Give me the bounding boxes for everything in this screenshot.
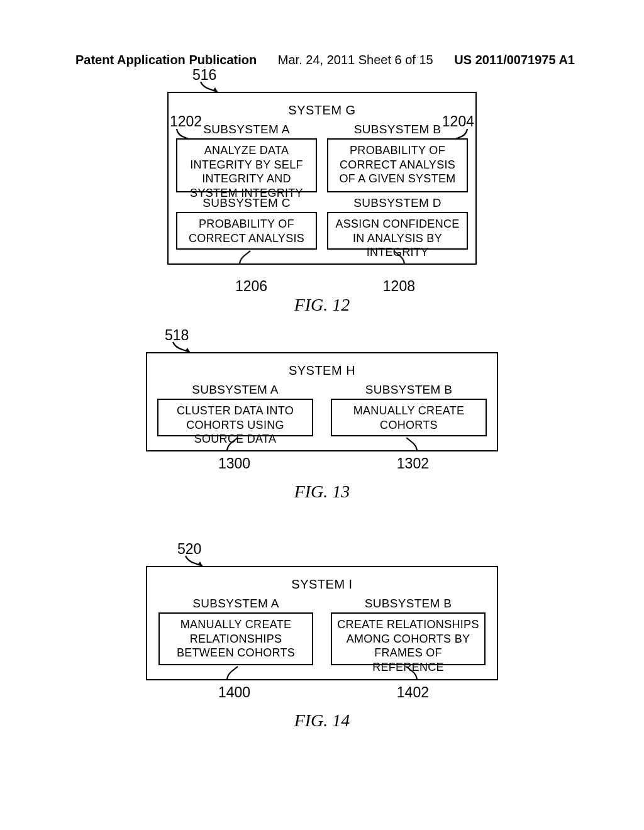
fig14-caption: FIG. 14 <box>146 711 498 731</box>
figure-13: 518 SYSTEM H SUBSYSTEM A CLUSTER DATA IN… <box>146 352 498 502</box>
subsystem-c-box: PROBABILITY OF CORRECT ANALYSIS <box>176 212 317 250</box>
subsystem-a-col: SUBSYSTEM A CLUSTER DATA INTO COHORTS US… <box>157 383 313 436</box>
system-h-title: SYSTEM H <box>156 363 488 378</box>
header-pubnum: US 2011/0071975 A1 <box>454 53 575 67</box>
ref-1204: 1204 <box>442 113 474 130</box>
subsystem-b-box: PROBABILITY OF CORRECT ANALYSIS OF A GIV… <box>327 138 468 192</box>
fig13-caption: FIG. 13 <box>146 482 498 502</box>
subsystem-b-col: SUBSYSTEM B CREATE RELATIONSHIPS AMONG C… <box>331 597 486 665</box>
subsystem-b-header: SUBSYSTEM B <box>365 383 452 397</box>
header-publication: Patent Application Publication <box>75 53 257 67</box>
subsystem-b-box: CREATE RELATIONSHIPS AMONG COHORTS BY FR… <box>331 612 486 665</box>
subsystem-b-col: SUBSYSTEM B MANUALLY CREATE COHORTS <box>331 383 487 436</box>
subsystem-a-col: SUBSYSTEM A ANALYZE DATA INTEGRITY BY SE… <box>176 123 317 192</box>
system-h-box: SYSTEM H SUBSYSTEM A CLUSTER DATA INTO C… <box>146 352 498 451</box>
subsystem-a-box: CLUSTER DATA INTO COHORTS USING SOURCE D… <box>157 399 313 436</box>
fig12-caption: FIG. 12 <box>167 295 477 315</box>
subsystem-b-header: SUBSYSTEM B <box>365 597 452 611</box>
subsystem-a-header: SUBSYSTEM A <box>203 123 289 136</box>
system-i-title: SYSTEM I <box>156 577 488 592</box>
subsystem-b-col: SUBSYSTEM B PROBABILITY OF CORRECT ANALY… <box>327 123 468 192</box>
subsystem-c-header: SUBSYSTEM C <box>203 196 291 210</box>
system-g-title: SYSTEM G <box>177 103 467 118</box>
ref-1208: 1208 <box>383 278 415 295</box>
leader-hook-icon <box>225 665 243 680</box>
figure-14: 520 SYSTEM I SUBSYSTEM A MANUALLY CREATE… <box>146 566 498 731</box>
system-i-box: SYSTEM I SUBSYSTEM A MANUALLY CREATE REL… <box>146 566 498 680</box>
subsystem-a-box: ANALYZE DATA INTEGRITY BY SELF INTEGRITY… <box>176 138 317 192</box>
subsystem-b-header: SUBSYSTEM B <box>354 123 441 136</box>
subsystem-a-header: SUBSYSTEM A <box>192 597 279 611</box>
subsystem-a-box: MANUALLY CREATE RELATIONSHIPS BETWEEN CO… <box>158 612 313 665</box>
page-header: Patent Application Publication Mar. 24, … <box>0 53 644 67</box>
subsystem-a-header: SUBSYSTEM A <box>192 383 278 397</box>
subsystem-d-header: SUBSYSTEM D <box>353 196 441 210</box>
subsystem-a-col: SUBSYSTEM A MANUALLY CREATE RELATIONSHIP… <box>158 597 313 665</box>
ref-1206: 1206 <box>235 278 267 295</box>
ref-1402: 1402 <box>397 684 429 701</box>
leader-hook-icon <box>401 436 419 451</box>
ref-1202: 1202 <box>170 113 202 130</box>
header-sheet: Mar. 24, 2011 Sheet 6 of 15 <box>278 53 433 67</box>
subsystem-c-col: SUBSYSTEM C PROBABILITY OF CORRECT ANALY… <box>176 196 317 250</box>
ref-1400: 1400 <box>218 684 250 701</box>
system-g-box: SYSTEM G 1202 1204 SUBSYSTEM A ANALYZE D… <box>167 92 477 265</box>
subsystem-d-col: SUBSYSTEM D ASSIGN CONFIDENCE IN ANALYSI… <box>327 196 468 250</box>
figure-12: 516 SYSTEM G 1202 1204 SUBSYSTEM A ANALY… <box>167 92 477 315</box>
ref-516: 516 <box>192 67 216 84</box>
ref-520: 520 <box>177 541 201 558</box>
ref-1302: 1302 <box>397 455 429 472</box>
subsystem-b-box: MANUALLY CREATE COHORTS <box>331 399 487 436</box>
leader-hook-icon <box>238 250 255 265</box>
ref-518: 518 <box>165 327 189 344</box>
ref-1300: 1300 <box>218 455 250 472</box>
subsystem-d-box: ASSIGN CONFIDENCE IN ANALYSIS BY INTEGRI… <box>327 212 468 250</box>
